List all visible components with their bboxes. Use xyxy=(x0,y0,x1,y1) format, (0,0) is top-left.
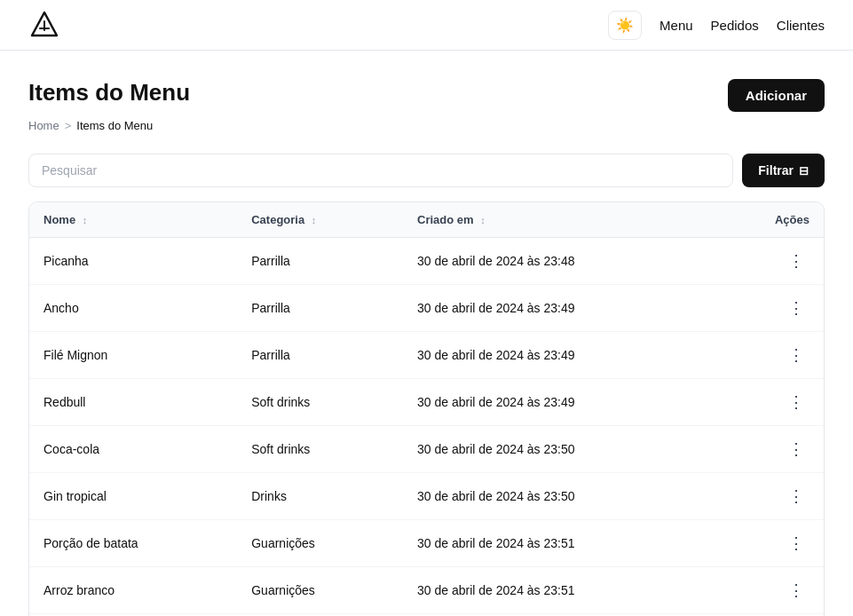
col-nome-label: Nome xyxy=(43,213,75,226)
nav-menu-link[interactable]: Menu xyxy=(659,18,693,33)
cell-categoria: Guarnições xyxy=(237,520,403,567)
table-row: Gin tropical Drinks 30 de abril de 2024 … xyxy=(29,473,824,520)
cell-nome: Gin tropical xyxy=(29,473,237,520)
cell-acoes: ⋮ xyxy=(717,567,824,614)
add-button[interactable]: Adicionar xyxy=(728,79,825,112)
col-nome[interactable]: Nome ↕ xyxy=(29,202,237,238)
cell-acoes: ⋮ xyxy=(717,332,824,379)
menu-items-table: Nome ↕ Categoria ↕ Criado em ↕ Ações xyxy=(28,201,825,616)
breadcrumb-current: Items do Menu xyxy=(76,119,153,132)
cell-acoes: ⋮ xyxy=(717,473,824,520)
table-row: Coca-cola Soft drinks 30 de abril de 202… xyxy=(29,426,824,473)
sun-icon: ☀️ xyxy=(616,17,634,34)
cell-criado-em: 30 de abril de 2024 às 23:51 xyxy=(403,567,717,614)
row-actions-button[interactable]: ⋮ xyxy=(783,344,810,367)
cell-categoria: Soft drinks xyxy=(237,426,403,473)
row-actions-button[interactable]: ⋮ xyxy=(783,296,810,320)
nav-pedidos-link[interactable]: Pedidos xyxy=(711,18,759,33)
cell-acoes: ⋮ xyxy=(717,426,824,473)
cell-criado-em: 30 de abril de 2024 às 23:48 xyxy=(403,238,717,285)
page-title: Items do Menu xyxy=(28,79,190,107)
sort-nome-icon: ↕ xyxy=(83,215,88,225)
cell-criado-em: 30 de abril de 2024 às 23:51 xyxy=(403,520,717,567)
col-criado-em[interactable]: Criado em ↕ xyxy=(403,202,717,238)
cell-categoria: Parrilla xyxy=(237,332,403,379)
main-content: Items do Menu Adicionar Home > Items do … xyxy=(0,51,853,616)
navbar: ☀️ Menu Pedidos Clientes xyxy=(0,0,853,51)
sort-categoria-icon: ↕ xyxy=(312,215,317,225)
nav-clientes-link[interactable]: Clientes xyxy=(777,18,825,33)
cell-criado-em: 30 de abril de 2024 às 23:50 xyxy=(403,426,717,473)
cell-nome: Porção de batata xyxy=(29,520,237,567)
breadcrumb-home[interactable]: Home xyxy=(28,119,59,132)
cell-categoria: Parrilla xyxy=(237,285,403,332)
cell-acoes: ⋮ xyxy=(717,520,824,567)
row-actions-button[interactable]: ⋮ xyxy=(783,532,810,555)
breadcrumb-separator: > xyxy=(65,119,72,132)
cell-acoes: ⋮ xyxy=(717,379,824,426)
cell-nome: Coca-cola xyxy=(29,426,237,473)
cell-categoria: Parrilla xyxy=(237,238,403,285)
cell-nome: Ancho xyxy=(29,285,237,332)
table-row: Filé Mignon Parrilla 30 de abril de 2024… xyxy=(29,332,824,379)
theme-toggle-button[interactable]: ☀️ xyxy=(608,11,642,40)
navbar-right: ☀️ Menu Pedidos Clientes xyxy=(608,11,825,40)
table-row: Porção de batata Guarnições 30 de abril … xyxy=(29,520,824,567)
cell-nome: Filé Mignon xyxy=(29,332,237,379)
search-filter-row: Filtrar ⊟ xyxy=(28,154,825,187)
col-categoria-label: Categoria xyxy=(251,213,304,226)
row-actions-button[interactable]: ⋮ xyxy=(783,579,810,602)
row-actions-button[interactable]: ⋮ xyxy=(783,485,810,508)
logo[interactable] xyxy=(28,9,60,41)
search-input[interactable] xyxy=(28,154,733,187)
col-acoes-label: Ações xyxy=(775,213,810,226)
cell-categoria: Guarnições xyxy=(237,567,403,614)
table-row: Redbull Soft drinks 30 de abril de 2024 … xyxy=(29,379,824,426)
col-acoes: Ações xyxy=(717,202,824,238)
table-row: Picanha Parrilla 30 de abril de 2024 às … xyxy=(29,238,824,285)
filter-button[interactable]: Filtrar ⊟ xyxy=(742,154,825,187)
cell-nome: Picanha xyxy=(29,238,237,285)
row-actions-button[interactable]: ⋮ xyxy=(783,249,810,272)
cell-categoria: Soft drinks xyxy=(237,379,403,426)
cell-nome: Redbull xyxy=(29,379,237,426)
table-row: Ancho Parrilla 30 de abril de 2024 às 23… xyxy=(29,285,824,332)
filter-label: Filtrar xyxy=(758,163,794,178)
row-actions-button[interactable]: ⋮ xyxy=(783,391,810,414)
breadcrumb: Home > Items do Menu xyxy=(28,119,825,132)
col-criado-em-label: Criado em xyxy=(417,213,474,226)
cell-criado-em: 30 de abril de 2024 às 23:49 xyxy=(403,332,717,379)
cell-criado-em: 30 de abril de 2024 às 23:50 xyxy=(403,473,717,520)
cell-criado-em: 30 de abril de 2024 às 23:49 xyxy=(403,285,717,332)
cell-criado-em: 30 de abril de 2024 às 23:49 xyxy=(403,379,717,426)
col-categoria[interactable]: Categoria ↕ xyxy=(237,202,403,238)
table-header-row: Nome ↕ Categoria ↕ Criado em ↕ Ações xyxy=(29,202,824,238)
cell-categoria: Drinks xyxy=(237,473,403,520)
cell-acoes: ⋮ xyxy=(717,238,824,285)
sort-criado-icon: ↕ xyxy=(480,215,486,225)
table-row: Arroz branco Guarnições 30 de abril de 2… xyxy=(29,567,824,614)
cell-acoes: ⋮ xyxy=(717,285,824,332)
cell-nome: Arroz branco xyxy=(29,567,237,614)
row-actions-button[interactable]: ⋮ xyxy=(783,438,810,461)
page-header: Items do Menu Adicionar xyxy=(28,79,825,112)
filter-icon: ⊟ xyxy=(799,164,809,178)
